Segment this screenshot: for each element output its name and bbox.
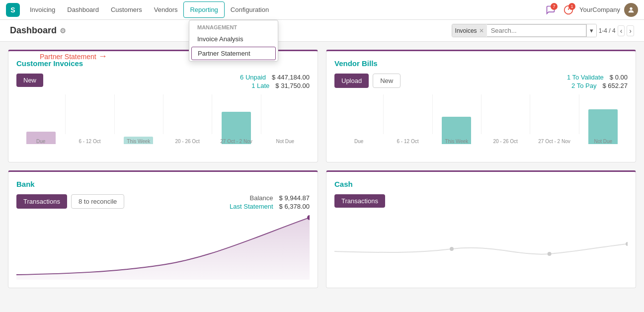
dropdown-partner-statement[interactable]: Partner Statement [191, 47, 276, 60]
app-logo[interactable]: S [6, 3, 20, 17]
bar-6-12-label: 6 - 12 Oct [79, 139, 101, 144]
upload-button[interactable]: Upload [334, 74, 369, 88]
user-avatar[interactable] [624, 3, 638, 17]
customer-invoices-new-button[interactable]: New [16, 74, 43, 87]
bar-divider-5 [261, 94, 261, 134]
vendor-bills-header: Upload New 1 To Validate $ 0.00 2 To Pay… [334, 74, 628, 90]
vbar-divider-5 [579, 94, 579, 134]
vendor-bills-buttons: Upload New [334, 74, 401, 88]
search-dropdown-button[interactable]: ▾ [586, 24, 596, 37]
topnav-right: 7 1 YourCompany [544, 3, 638, 17]
nav-reporting[interactable]: Reporting [183, 1, 224, 18]
bank-stats: Balance $ 9,944.87 Last Statement $ 6,37… [230, 194, 310, 211]
vbar-20-26: 20 - 26 Oct [481, 94, 530, 144]
validate-label: 1 To Validate [567, 74, 604, 81]
cash-transactions-button[interactable]: Transactions [334, 194, 385, 208]
customer-invoices-panel: Customer Invoices New 6 Unpaid $ 447,184… [8, 50, 318, 162]
nav-invoicing[interactable]: Invoicing [24, 2, 61, 17]
alert-notification[interactable]: 1 [562, 3, 575, 17]
vbar-6-12: 6 - 12 Oct [383, 94, 432, 144]
page-header: Dashboard ⚙ Invoices ✕ ▾ 1-4 / 4 ‹ › [0, 20, 644, 42]
reporting-dropdown: Management Invoice Analysis Partner Stat… [189, 20, 278, 62]
customer-invoices-chart: Due 6 - 12 Oct This Week 20 - 26 Oct 27 [16, 94, 310, 154]
vbar-due-label: Due [354, 139, 363, 144]
last-statement-label: Last Statement [230, 203, 273, 210]
vendor-bills-title: Vendor Bills [334, 59, 628, 68]
settings-gear-icon[interactable]: ⚙ [60, 27, 66, 35]
pagination-text: 1-4 / 4 [599, 27, 616, 34]
vbar-divider-2 [432, 94, 433, 134]
pagination: 1-4 / 4 ‹ › [599, 25, 634, 36]
top-navigation: S Invoicing Dashboard Customers Vendors … [0, 0, 644, 20]
reconcile-button[interactable]: 8 to reconcile [71, 194, 124, 209]
company-name: YourCompany [579, 6, 620, 13]
svg-point-6 [548, 252, 552, 256]
pay-value: $ 652.27 [602, 82, 628, 89]
late-label: 1 Late [251, 82, 269, 89]
validate-value: $ 0.00 [610, 74, 628, 81]
bank-header: Transactions 8 to reconcile Balance $ 9,… [16, 194, 310, 211]
cash-line-chart [334, 212, 628, 276]
page-title-text: Dashboard [10, 25, 57, 36]
dropdown-section-management: Management [189, 20, 278, 32]
vendor-bills-new-button[interactable]: New [373, 74, 401, 88]
bar-divider-1 [65, 94, 66, 134]
vbar-divider-3 [481, 94, 482, 134]
balance-value: $ 9,944.87 [279, 194, 310, 202]
bar-due: Due [16, 94, 65, 144]
alert-badge: 1 [568, 3, 575, 10]
vbar-divider-1 [383, 94, 384, 134]
search-tag-invoices: Invoices ✕ [452, 24, 487, 37]
bar-27-oct-label: 27 Oct - 2 Nov [220, 139, 252, 144]
search-input[interactable] [487, 24, 586, 37]
cash-buttons: Transactions [334, 194, 385, 208]
vbar-27-oct-label: 27 Oct - 2 Nov [538, 139, 570, 144]
pagination-next[interactable]: › [627, 25, 634, 36]
vendor-bills-chart: Due 6 - 12 Oct This Week 20 - 26 Oct 27 [334, 94, 628, 154]
message-notification[interactable]: 7 [544, 3, 558, 17]
svg-point-5 [450, 247, 454, 251]
nav-vendors[interactable]: Vendors [148, 2, 184, 17]
cash-title: Cash [334, 180, 628, 188]
bank-line-chart [16, 215, 310, 280]
bar-this-week: This Week [114, 94, 163, 144]
vbar-divider-4 [530, 94, 530, 134]
svg-point-3 [630, 7, 632, 9]
balance-label: Balance [250, 194, 273, 202]
vbar-6-12-label: 6 - 12 Oct [397, 139, 419, 144]
partner-statement-label: Partner Statement [40, 53, 96, 61]
bar-due-label: Due [36, 139, 45, 144]
pay-label: 2 To Pay [571, 82, 596, 89]
vbar-due: Due [334, 94, 383, 144]
vbar-27-oct: 27 Oct - 2 Nov [530, 94, 578, 144]
main-content: Customer Invoices New 6 Unpaid $ 447,184… [0, 42, 644, 296]
pagination-prev[interactable]: ‹ [618, 25, 625, 36]
search-box: Invoices ✕ ▾ [452, 24, 597, 37]
vendor-bills-panel: Vendor Bills Upload New 1 To Validate $ … [326, 50, 636, 162]
nav-customers[interactable]: Customers [105, 2, 148, 17]
late-value: $ 31,750.00 [275, 82, 310, 89]
vendor-bills-stats: 1 To Validate $ 0.00 2 To Pay $ 652.27 [567, 74, 628, 90]
customer-invoices-header: New 6 Unpaid $ 447,184.00 1 Late $ 31,75… [16, 74, 310, 90]
vbar-this-week-label: This Week [445, 139, 468, 144]
dropdown-invoice-analysis[interactable]: Invoice Analysis [189, 32, 278, 46]
bar-divider-3 [163, 94, 163, 134]
bar-20-26-oct: 20 - 26 Oct [163, 94, 212, 144]
cash-header: Transactions [334, 194, 628, 208]
vbar-this-week: This Week [432, 94, 481, 144]
last-statement-value: $ 6,378.00 [279, 203, 310, 210]
nav-dashboard[interactable]: Dashboard [61, 2, 105, 17]
bank-transactions-button[interactable]: Transactions [16, 194, 67, 209]
nav-configuration[interactable]: Configuration [225, 2, 275, 17]
search-tag-remove[interactable]: ✕ [479, 27, 484, 34]
bar-not-due-label: Not Due [276, 139, 294, 144]
bar-divider-4 [212, 94, 212, 134]
bar-27-oct-2-nov: 27 Oct - 2 Nov [212, 94, 260, 144]
bar-divider-2 [114, 94, 115, 134]
cash-panel: Cash Transactions [326, 170, 636, 288]
bank-title: Bank [16, 180, 310, 188]
bank-buttons: Transactions 8 to reconcile [16, 194, 124, 209]
svg-point-7 [626, 242, 628, 246]
page-title-area: Dashboard ⚙ [10, 25, 66, 36]
message-badge: 7 [551, 3, 558, 10]
